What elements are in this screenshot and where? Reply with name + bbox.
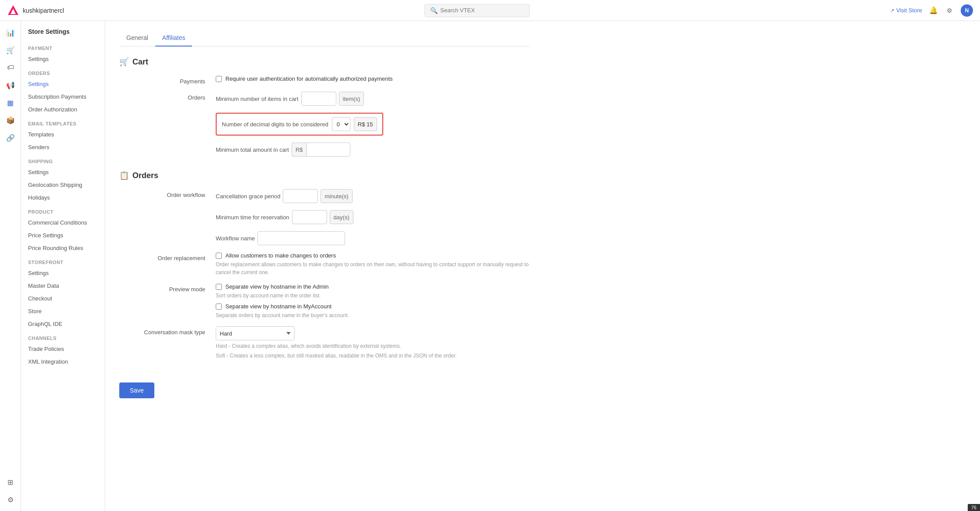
- min-total-input[interactable]: 0,00: [306, 143, 350, 157]
- nav-box-icon[interactable]: 📦: [3, 112, 18, 128]
- orders-icon: 📋: [119, 171, 129, 180]
- min-reservation-field-label: Minimum time for reservation: [216, 214, 289, 221]
- save-button[interactable]: Save: [119, 382, 154, 398]
- sidebar-item-commercial-conditions[interactable]: Commercial Conditions: [21, 216, 105, 229]
- tab-general[interactable]: General: [119, 30, 155, 46]
- sidebar-item-holidays[interactable]: Holidays: [21, 191, 105, 204]
- sidebar-item-payment-settings[interactable]: Settings: [21, 53, 105, 65]
- sidebar-item-price-settings[interactable]: Price Settings: [21, 229, 105, 242]
- decimal-digits-spacer: [119, 113, 216, 115]
- nav-table-icon[interactable]: ▦: [3, 95, 18, 111]
- section-label-channels: CHANNELS: [21, 330, 105, 343]
- sidebar-item-checkout[interactable]: Checkout: [21, 292, 105, 305]
- require-auth-label[interactable]: Require user authentication for automati…: [216, 75, 530, 82]
- preview-mode-content: Separate view by hostname in the Admin S…: [216, 283, 530, 319]
- min-items-input[interactable]: 1: [301, 92, 336, 106]
- min-reservation-input[interactable]: 0: [292, 210, 327, 224]
- sidebar-item-geolocation-shipping[interactable]: Geolocation Shipping: [21, 179, 105, 191]
- conversation-mask-label: Conversation mask type: [119, 326, 216, 336]
- min-items-group: Minimum number of items in cart 1 item(s…: [216, 92, 530, 106]
- nav-dashboard-icon[interactable]: 📊: [3, 25, 18, 40]
- nav-settings-icon[interactable]: ⚙: [3, 492, 18, 507]
- nav-megaphone-icon[interactable]: 📢: [3, 77, 18, 93]
- section-label-email-templates: EMAIL TEMPLATES: [21, 116, 105, 128]
- icon-nav: 📊 🛒 🏷 📢 ▦ 📦 🔗 ⊞ ⚙: [0, 21, 21, 511]
- decimal-digits-select[interactable]: 0 1 2: [332, 117, 350, 131]
- min-items-row: Orders Minimum number of items in cart 1…: [119, 92, 530, 106]
- order-replacement-label: Order replacement: [119, 252, 216, 261]
- separate-hostname-admin-checkbox[interactable]: [216, 284, 222, 290]
- sidebar-item-orders-settings[interactable]: Settings: [21, 78, 105, 90]
- orders-section: 📋 Orders Order workflow Cancellation gra…: [119, 171, 530, 360]
- nav-share-icon[interactable]: 🔗: [3, 130, 18, 146]
- sidebar-item-store[interactable]: Store: [21, 305, 105, 318]
- nav-tag-icon[interactable]: 🏷: [3, 60, 18, 75]
- workflow-name-content: Workflow name default: [216, 231, 530, 245]
- min-items-field-label: Minimum number of items in cart: [216, 96, 299, 102]
- sidebar-item-subscription-payments[interactable]: Subscription Payments: [21, 90, 105, 103]
- min-items-content: Minimum number of items in cart 1 item(s…: [216, 92, 530, 106]
- sidebar-item-storefront-settings[interactable]: Settings: [21, 267, 105, 279]
- sidebar-item-trade-policies[interactable]: Trade Policies: [21, 343, 105, 355]
- visit-store-link[interactable]: ↗ Visit Store: [890, 7, 922, 14]
- sidebar-item-master-data[interactable]: Master Data: [21, 279, 105, 292]
- workflow-name-row: Workflow name default: [119, 231, 530, 245]
- require-auth-checkbox[interactable]: [216, 76, 222, 82]
- min-total-row: Minimum total amount in cart R$ 0,00: [119, 143, 530, 157]
- cancellation-grace-unit: minute(s): [321, 189, 352, 203]
- avatar[interactable]: N: [961, 4, 973, 17]
- external-link-icon: ↗: [890, 7, 894, 14]
- search-area: 🔍: [69, 4, 885, 17]
- sidebar-item-templates[interactable]: Templates: [21, 128, 105, 141]
- topbar: kushkipartnercl 🔍 ↗ Visit Store 🔔 ⚙ N: [0, 0, 980, 21]
- sidebar-item-senders[interactable]: Senders: [21, 141, 105, 154]
- separate-hostname-admin-label[interactable]: Separate view by hostname in the Admin: [216, 283, 530, 290]
- brand-name: kushkipartnercl: [23, 7, 64, 14]
- sidebar-item-xml-integration[interactable]: XML Integration: [21, 355, 105, 368]
- decimal-digits-row: Number of decimal digits to be considere…: [119, 113, 530, 136]
- cart-icon: 🛒: [119, 57, 129, 67]
- nav-layers-icon[interactable]: ⊞: [3, 474, 18, 490]
- separate-hostname-myaccount-label[interactable]: Separate view by hostname in MyAccount: [216, 303, 530, 310]
- nav-cart-icon[interactable]: 🛒: [3, 42, 18, 58]
- min-total-content: Minimum total amount in cart R$ 0,00: [216, 143, 530, 157]
- orders-label: Orders: [119, 92, 216, 101]
- statusbar-text: 76: [971, 505, 976, 510]
- preview-mode-row: Preview mode Separate view by hostname i…: [119, 283, 530, 319]
- sidebar-title: Store Settings: [21, 28, 105, 40]
- conversation-mask-row: Conversation mask type Hard Soft Hard - …: [119, 326, 530, 360]
- preview-mode-label: Preview mode: [119, 283, 216, 293]
- decimal-digits-content: Number of decimal digits to be considere…: [216, 113, 530, 136]
- allow-changes-label[interactable]: Allow customers to make changes to order…: [216, 252, 530, 259]
- notifications-icon[interactable]: 🔔: [929, 6, 938, 15]
- section-label-storefront: STOREFRONT: [21, 254, 105, 267]
- conversation-mask-select[interactable]: Hard Soft: [216, 326, 295, 340]
- conversation-mask-helper-hard: Hard - Creates a complex alias, which av…: [216, 342, 530, 350]
- cancellation-grace-row: Order workflow Cancellation grace period…: [119, 189, 530, 203]
- search-icon: 🔍: [430, 7, 438, 14]
- search-box[interactable]: 🔍: [424, 4, 530, 17]
- layout: 📊 🛒 🏷 📢 ▦ 📦 🔗 ⊞ ⚙ Store Settings PAYMENT…: [0, 21, 980, 511]
- decimal-digits-label: Number of decimal digits to be considere…: [222, 121, 328, 128]
- min-reservation-row: Minimum time for reservation 0 day(s): [119, 210, 530, 224]
- sidebar-item-graphql-ide[interactable]: GraphQL IDE: [21, 318, 105, 330]
- tab-affiliates[interactable]: Affiliates: [155, 30, 192, 46]
- workflow-name-input[interactable]: default: [257, 231, 345, 245]
- order-workflow-label: Order workflow: [119, 189, 216, 198]
- section-label-orders: ORDERS: [21, 65, 105, 78]
- section-label-shipping: SHIPPING: [21, 154, 105, 166]
- min-total-field-label: Minimum total amount in cart: [216, 147, 289, 153]
- cancellation-grace-input[interactable]: 30: [283, 189, 318, 203]
- help-icon[interactable]: ⚙: [945, 6, 954, 15]
- sidebar-item-shipping-settings[interactable]: Settings: [21, 166, 105, 179]
- sidebar: Store Settings PAYMENT Settings ORDERS S…: [21, 21, 105, 511]
- statusbar: 76: [968, 504, 980, 511]
- search-input[interactable]: [440, 7, 524, 14]
- separate-hostname-myaccount-checkbox[interactable]: [216, 304, 222, 310]
- allow-changes-checkbox[interactable]: [216, 253, 222, 259]
- min-reservation-group: Minimum time for reservation 0 day(s): [216, 210, 530, 224]
- min-reservation-content: Minimum time for reservation 0 day(s): [216, 210, 530, 224]
- sidebar-item-order-authorization[interactable]: Order Authorization: [21, 103, 105, 116]
- decimal-badge: R$ 15: [354, 117, 377, 131]
- sidebar-item-price-rounding-rules[interactable]: Price Rounding Rules: [21, 242, 105, 254]
